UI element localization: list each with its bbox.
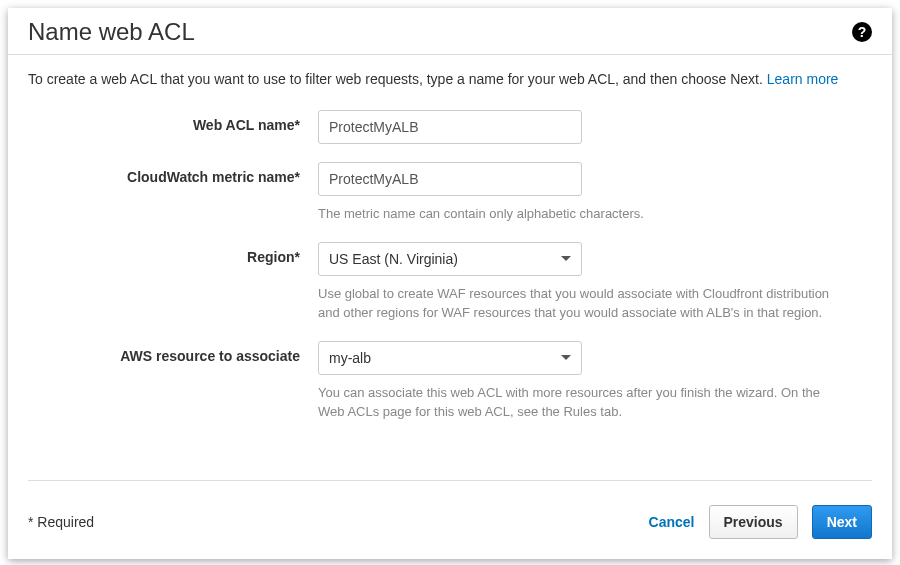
cancel-button[interactable]: Cancel [649,514,695,530]
region-row: Region* US East (N. Virginia) Use global… [28,242,872,323]
resource-hint: You can associate this web ACL with more… [318,383,848,422]
metric-name-row: CloudWatch metric name* The metric name … [28,162,872,224]
web-acl-name-label: Web ACL name* [28,110,318,133]
region-select[interactable]: US East (N. Virginia) [318,242,582,276]
help-icon[interactable]: ? [852,22,872,42]
form-body: Web ACL name* CloudWatch metric name* Th… [8,100,892,460]
panel-header: Name web ACL ? [8,8,892,55]
resource-row: AWS resource to associate my-alb You can… [28,341,872,422]
next-button[interactable]: Next [812,505,872,539]
metric-name-input[interactable] [318,162,582,196]
metric-name-label: CloudWatch metric name* [28,162,318,185]
learn-more-link[interactable]: Learn more [767,71,839,87]
intro-body: To create a web ACL that you want to use… [28,71,767,87]
chevron-down-icon [561,355,571,360]
web-acl-name-input[interactable] [318,110,582,144]
metric-name-hint: The metric name can contain only alphabe… [318,204,848,224]
web-acl-name-row: Web ACL name* [28,110,872,144]
previous-button[interactable]: Previous [709,505,798,539]
region-hint: Use global to create WAF resources that … [318,284,848,323]
resource-label: AWS resource to associate [28,341,318,364]
region-label: Region* [28,242,318,265]
chevron-down-icon [561,256,571,261]
resource-value: my-alb [329,350,371,366]
intro-text: To create a web ACL that you want to use… [8,55,892,100]
resource-select[interactable]: my-alb [318,341,582,375]
name-web-acl-panel: Name web ACL ? To create a web ACL that … [8,8,892,559]
region-value: US East (N. Virginia) [329,251,458,267]
required-note: * Required [28,514,94,530]
page-title: Name web ACL [28,18,195,46]
footer-actions: Cancel Previous Next [649,505,872,539]
footer: * Required Cancel Previous Next [8,481,892,559]
